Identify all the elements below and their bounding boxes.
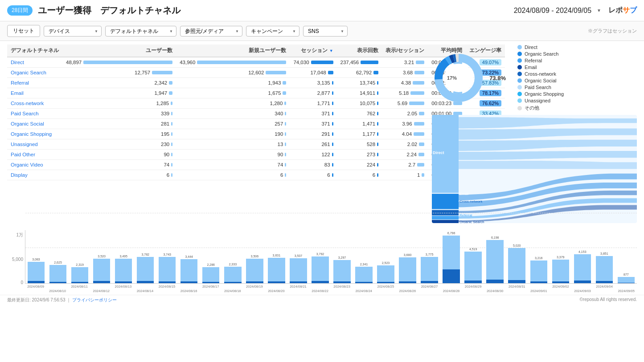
cell-views: 224	[337, 160, 382, 170]
bar-segment-dark	[596, 281, 613, 283]
cell-channel[interactable]: Organic Social	[7, 119, 62, 129]
x-label-group: 2024/09/02	[550, 285, 571, 293]
svg-text:Email: Email	[459, 192, 468, 196]
col-channel[interactable]: デフォルトチャネル	[7, 45, 62, 57]
x-label-group: 2024/08/29	[463, 285, 484, 293]
col-sessions[interactable]: セッション ▼	[290, 45, 336, 57]
cell-channel[interactable]: Organic Shopping	[7, 129, 62, 139]
svg-rect-9	[432, 194, 459, 209]
x-label-group: 2024/08/17	[200, 285, 222, 293]
bar-segment-dark	[224, 282, 241, 283]
legend-item-organic-search: Organic Search	[517, 51, 564, 57]
legend-label-other: その他	[525, 105, 539, 111]
col-users[interactable]: ユーザー数	[62, 45, 176, 57]
days-badge: 28日間	[7, 5, 33, 16]
bar-group: 3,297	[331, 230, 353, 283]
cell-channel[interactable]: Paid Other	[7, 150, 62, 160]
bar-segment-dark	[180, 281, 197, 283]
legend-label-organic-shopping: Organic Shopping	[525, 91, 564, 97]
y-max-label: 1万	[16, 232, 23, 238]
bar-group: 3,379	[550, 230, 571, 283]
legend-dot-referral	[517, 58, 522, 63]
svg-text:Referral: Referral	[459, 213, 472, 217]
reset-button[interactable]: リセット	[7, 25, 40, 37]
cell-sessions: 17,048	[290, 68, 336, 78]
cell-sessions: 83	[290, 160, 336, 170]
y-mid-label: 5,000	[12, 257, 23, 262]
media-filter-wrapper: 参照元/メディア	[180, 26, 242, 37]
bar-group: 2,523	[375, 230, 397, 283]
device-filter[interactable]: デバイス	[44, 26, 102, 37]
cell-views: 1,177	[337, 129, 382, 139]
cell-new-users: 74	[176, 160, 290, 170]
bottom-section: 1万 5,000 0 3,0832,6252,3193,5203,4953,78…	[0, 227, 644, 295]
cell-channel[interactable]: Cross-network	[7, 98, 62, 109]
campaign-filter-wrapper: キャンペーン	[246, 26, 299, 37]
sns-filter-wrapper: SNS	[303, 26, 348, 37]
channel-filter[interactable]: デフォルトチャネル	[105, 26, 176, 37]
x-label-group: 2024/08/13	[112, 285, 134, 293]
cell-channel[interactable]: Display	[7, 170, 62, 180]
date-range-text: 2024/08/09 - 2024/09/05	[514, 7, 591, 15]
svg-text:17%: 17%	[447, 75, 457, 81]
bar-segment-dark	[137, 281, 154, 283]
x-label-date-2: 2024/09/05	[618, 289, 635, 293]
bar-value-label: 2,341	[360, 263, 368, 266]
bar-value-label: 3,680	[404, 253, 412, 256]
bar-segment-light	[530, 260, 547, 281]
privacy-link[interactable]: プライバシーポリシー	[72, 297, 117, 302]
x-label-date-2: 2024/08/28	[443, 289, 460, 293]
bar-segment-dark	[246, 281, 263, 283]
campaign-filter[interactable]: キャンペーン	[246, 26, 299, 37]
bar-group: 3,506	[244, 230, 265, 283]
date-caret-icon[interactable]: ▼	[597, 8, 601, 13]
cell-vps: 3.96	[382, 119, 428, 129]
bar-segment-light	[71, 267, 88, 282]
cell-channel[interactable]: Paid Search	[7, 109, 62, 119]
cell-views: 237,456	[337, 57, 382, 68]
x-label-date-2: 2024/08/24	[355, 289, 372, 293]
x-label-group: 2024/08/28	[440, 285, 462, 293]
cell-sessions: 122	[290, 150, 336, 160]
bar-segment-light	[159, 257, 176, 281]
bar-group: 4,153	[572, 230, 593, 283]
bar-segment-dark	[574, 281, 591, 283]
col-vps[interactable]: 表示/セッション	[382, 45, 428, 57]
col-new-users[interactable]: 新規ユーザー数	[176, 45, 290, 57]
date-range-selector[interactable]: 2024/08/09 - 2024/09/05 ▼	[514, 7, 601, 15]
bar-group: 3,851	[594, 230, 615, 283]
legend-dot-organic-social	[517, 78, 522, 83]
x-label-group: 2024/08/21	[287, 285, 309, 293]
header: 28日間 ユーザー獲得 デフォルトチャネル 2024/08/09 - 2024/…	[0, 0, 644, 21]
bar-segment-dark	[399, 281, 416, 283]
media-filter[interactable]: 参照元/メディア	[180, 26, 242, 37]
cell-channel[interactable]: Organic Video	[7, 160, 62, 170]
cell-vps: 2.7	[382, 160, 428, 170]
x-label-group: 2024/08/30	[484, 285, 506, 293]
legend-item-direct: Direct	[517, 45, 564, 50]
sns-filter[interactable]: SNS	[303, 26, 348, 37]
bar-segment-light	[137, 257, 154, 281]
x-label-date: 2024/08/19	[246, 285, 263, 289]
cell-channel[interactable]: Email	[7, 88, 62, 98]
legend-label-email: Email	[525, 65, 537, 70]
bar-segment-dark	[115, 281, 132, 283]
table-row: Direct 48,897 43,960 74,030 237,456 3.21…	[7, 57, 505, 68]
cell-views: 14,911	[337, 88, 382, 98]
cell-channel[interactable]: Direct	[7, 57, 62, 68]
cell-users: 2,342	[62, 78, 176, 88]
cell-channel[interactable]: Unassigned	[7, 139, 62, 150]
legend-item-organic-shopping: Organic Shopping	[517, 91, 564, 97]
col-views[interactable]: 表示回数	[337, 45, 382, 57]
x-label-group: 2024/09/05	[615, 285, 637, 293]
cell-vps: 5.69	[382, 98, 428, 109]
bar-segment-light	[399, 257, 416, 281]
cell-channel[interactable]: Referral	[7, 78, 62, 88]
x-label-date-2: 2024/09/03	[574, 289, 591, 293]
cell-channel[interactable]: Organic Search	[7, 68, 62, 78]
donut-chart: 17%	[432, 51, 485, 105]
cell-views: 1,471	[337, 119, 382, 129]
x-label-date: 2024/09/02	[552, 285, 569, 289]
table-section: デフォルトチャネル ユーザー数 新規ユーザー数 セッション ▼ 表示回数 表示/…	[7, 45, 425, 223]
cell-views: 13,745	[337, 78, 382, 88]
